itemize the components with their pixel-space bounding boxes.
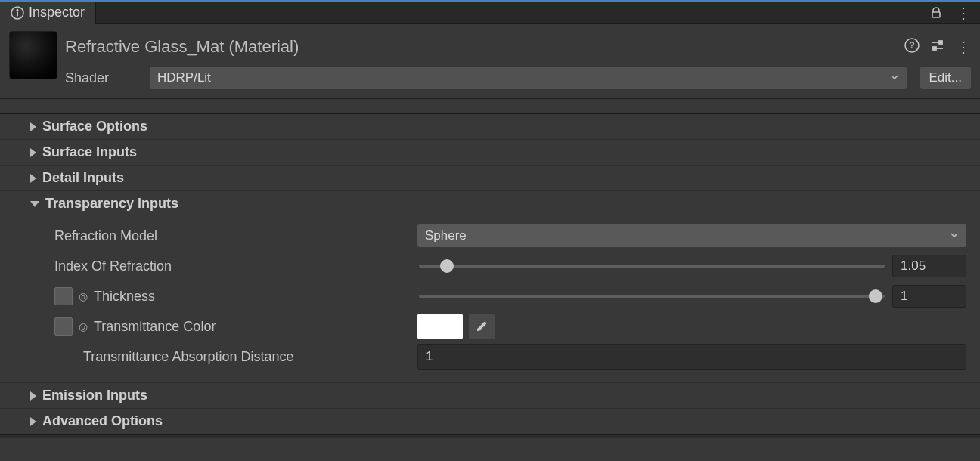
kebab-icon[interactable]: ⋮ <box>956 38 971 56</box>
transmittance-color-field[interactable] <box>417 314 463 339</box>
chevron-right-icon <box>30 174 36 183</box>
kebab-icon[interactable]: ⋮ <box>956 4 971 22</box>
material-preview-thumbnail[interactable] <box>9 31 57 79</box>
foldout-emission-inputs[interactable]: Emission Inputs <box>0 383 980 409</box>
eyedropper-button[interactable] <box>469 314 495 339</box>
foldout-advanced-options[interactable]: Advanced Options <box>0 409 980 435</box>
foldout-surface-options[interactable]: Surface Options <box>0 114 980 140</box>
lock-icon[interactable] <box>930 7 942 19</box>
tab-inspector[interactable]: Inspector <box>0 2 96 24</box>
chevron-down-icon <box>30 201 39 207</box>
shader-value: HDRP/Lit <box>157 70 211 85</box>
thickness-texture-slot[interactable] <box>54 287 73 305</box>
prop-thickness: ◎ Thickness 1 <box>9 281 971 311</box>
svg-rect-2 <box>17 11 18 16</box>
shader-label: Shader <box>65 70 141 86</box>
shader-row: Shader HDRP/Lit Edit... <box>0 62 980 99</box>
separator <box>0 99 980 114</box>
material-title: Refractive Glass_Mat (Material) <box>65 37 897 57</box>
thickness-slider[interactable] <box>417 285 886 308</box>
prop-refraction-model: Refraction Model Sphere <box>9 221 971 251</box>
svg-rect-3 <box>932 12 940 17</box>
prop-transmittance-color: ◎ Transmittance Color <box>9 311 971 342</box>
ior-field[interactable]: 1.05 <box>892 255 966 277</box>
chevron-right-icon <box>30 417 36 426</box>
separator <box>0 435 980 438</box>
foldout-surface-inputs[interactable]: Surface Inputs <box>0 140 980 166</box>
target-icon: ◎ <box>79 320 88 333</box>
chevron-down-icon <box>950 228 959 243</box>
material-header: Refractive Glass_Mat (Material) ? ⋮ <box>0 24 980 62</box>
refraction-model-dropdown[interactable]: Sphere <box>417 224 966 247</box>
absorption-distance-field[interactable]: 1 <box>417 344 966 370</box>
foldout-detail-inputs[interactable]: Detail Inputs <box>0 166 980 191</box>
presets-icon[interactable] <box>930 38 945 57</box>
target-icon: ◎ <box>79 290 88 302</box>
help-icon[interactable]: ? <box>904 38 920 57</box>
ior-slider[interactable] <box>417 255 886 277</box>
tab-label: Inspector <box>29 5 85 20</box>
transmittance-texture-slot[interactable] <box>54 317 73 336</box>
svg-rect-8 <box>939 41 942 44</box>
svg-rect-9 <box>933 47 936 50</box>
svg-text:?: ? <box>909 40 914 51</box>
svg-point-1 <box>17 8 19 11</box>
shader-dropdown[interactable]: HDRP/Lit <box>150 67 907 89</box>
tab-bar: Inspector ⋮ <box>0 0 980 24</box>
chevron-right-icon <box>30 391 36 401</box>
info-icon <box>11 6 24 20</box>
chevron-down-icon <box>890 70 899 85</box>
chevron-right-icon <box>30 122 36 131</box>
thickness-field[interactable]: 1 <box>892 285 966 308</box>
prop-ior: Index Of Refraction 1.05 <box>9 251 971 281</box>
transparency-section: Refraction Model Sphere Index Of Refract… <box>0 216 980 383</box>
chevron-right-icon <box>30 148 36 157</box>
foldout-transparency-inputs[interactable]: Transparency Inputs <box>0 191 980 216</box>
prop-absorption-distance: Transmittance Absorption Distance 1 <box>9 342 971 372</box>
edit-shader-button[interactable]: Edit... <box>920 67 971 89</box>
